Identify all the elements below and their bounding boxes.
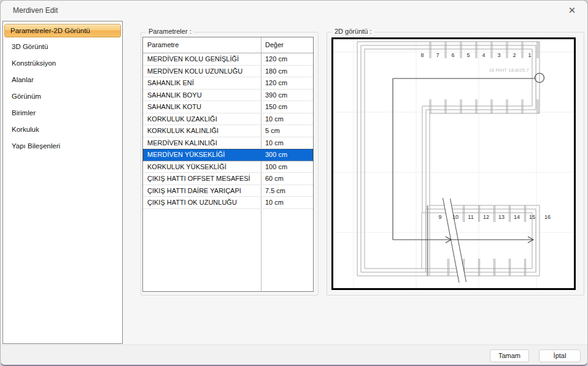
sidebar-item-6[interactable]: Korkuluk <box>5 122 120 139</box>
parameter-value: 150 cm <box>265 103 287 110</box>
table-row[interactable]: SAHANLIK ENİ120 cm <box>143 77 313 90</box>
titlebar: Merdiven Edit ✕ <box>1 1 587 20</box>
parameters-groupbox: Parametreler : Parametre Değer MERDİVEN … <box>141 32 319 295</box>
parameter-name: MERDİVEN KOLU UZUNLUĞU <box>147 67 242 75</box>
table-header: Parametre Değer <box>143 37 313 53</box>
stair-plan-drawing: 16 RIHT 18.8/25.7 8765432191011121314151… <box>333 39 574 288</box>
parameter-name: MERDİVEN KOLU GENİŞLİĞİ <box>147 55 239 63</box>
column-header-deger: Değer <box>265 41 284 48</box>
sidebar-item-2[interactable]: Konstrüksiyon <box>5 56 120 72</box>
step-number: 9 <box>438 214 441 220</box>
parameter-name: MERDİVEN KALINLIĞI <box>147 139 217 147</box>
step-number: 4 <box>482 52 485 58</box>
sidebar-item-4[interactable]: Görünüm <box>5 89 120 105</box>
step-number: 8 <box>420 52 424 58</box>
parameter-name: ÇIKIŞ HATTI OK UZUNLUĞU <box>147 199 237 206</box>
ok-button[interactable]: Tamam <box>490 349 529 362</box>
stair-2d-preview: 16 RIHT 18.8/25.7 8765432191011121314151… <box>331 37 576 290</box>
parameter-name: SAHANLIK BOYU <box>147 91 202 99</box>
parameter-value: 300 cm <box>265 151 287 158</box>
table-row[interactable]: ÇIKIŞ HATTI OK UZUNLUĞU10 cm <box>143 197 313 209</box>
table-row[interactable]: SAHANLIK BOYU390 cm <box>143 90 313 102</box>
step-number: 13 <box>498 214 505 220</box>
parameter-value: 60 cm <box>265 175 284 182</box>
step-number: 14 <box>514 214 520 220</box>
parameter-value: 100 cm <box>265 163 287 170</box>
parameter-name: SAHANLIK KOTU <box>147 103 201 110</box>
table-row[interactable]: MERDİVEN KOLU UZUNLUĞU180 cm <box>143 66 313 78</box>
sidebar-item-0[interactable]: Parametreler-2D Görüntü <box>4 24 121 37</box>
close-icon[interactable]: ✕ <box>565 4 579 17</box>
stair-outline <box>357 42 540 276</box>
table-row[interactable]: MERDİVEN YÜKSEKLİĞİ300 cm <box>143 149 313 161</box>
parameter-name: KORKULUK UZAKLIĞI <box>147 115 217 123</box>
step-number: 6 <box>451 52 454 58</box>
footer-bar: Tamam İptal <box>1 345 587 365</box>
sidebar-item-7[interactable]: Yapı Bileşenleri <box>5 139 120 155</box>
preview-group-label: 2D görüntü : <box>332 28 374 35</box>
parameters-table: Parametre Değer MERDİVEN KOLU GENİŞLİĞİ1… <box>142 37 314 292</box>
table-row[interactable]: KORKULUK KALINLIĞI5 cm <box>143 125 313 137</box>
parameters-group-label: Parametreler : <box>146 28 194 35</box>
parameter-name: MERDİVEN YÜKSEKLİĞİ <box>147 151 225 158</box>
preview-groupbox: 2D görüntü : <box>327 32 584 295</box>
parameter-value: 10 cm <box>265 199 284 206</box>
parameter-name: SAHANLIK ENİ <box>147 79 194 86</box>
parameter-value: 10 cm <box>265 139 284 147</box>
parameter-value: 7.5 cm <box>265 187 285 194</box>
window-title: Merdiven Edit <box>13 6 58 15</box>
parameter-name: KORKULUK KALINLIĞI <box>147 127 219 134</box>
riser-annotation: 16 RIHT 18.8/25.7 <box>489 67 529 73</box>
parameter-value: 5 cm <box>265 127 280 134</box>
table-row[interactable]: ÇIKIŞ HATTI DAİRE YARIÇAPI7.5 cm <box>143 185 313 197</box>
step-number: 12 <box>483 214 489 220</box>
merdiven-edit-dialog: Merdiven Edit ✕ Parametreler-2D Görüntü3… <box>0 0 588 366</box>
parameter-value: 180 cm <box>265 67 287 75</box>
sidebar-item-1[interactable]: 3D Görüntü <box>5 39 120 56</box>
parameter-value: 390 cm <box>265 91 287 99</box>
step-number: 7 <box>436 52 439 58</box>
step-number: 5 <box>466 52 470 58</box>
cancel-button[interactable]: İptal <box>539 349 581 362</box>
table-row[interactable]: MERDİVEN KALINLIĞI10 cm <box>143 137 313 150</box>
step-number: 16 <box>544 214 551 220</box>
step-number: 3 <box>497 52 500 58</box>
parameter-name: ÇIKIŞ HATTI OFFSET MESAFESİ <box>147 175 250 182</box>
step-number: 10 <box>452 214 458 220</box>
parameter-name: ÇIKIŞ HATTI DAİRE YARIÇAPI <box>147 187 241 194</box>
parameter-value: 120 cm <box>265 79 287 86</box>
break-line-mask <box>443 198 466 283</box>
step-number: 11 <box>468 214 473 220</box>
table-row[interactable]: MERDİVEN KOLU GENİŞLİĞİ120 cm <box>143 53 313 66</box>
sidebar: Parametreler-2D Görüntü3D GörüntüKonstrü… <box>2 21 123 344</box>
parameter-value: 10 cm <box>265 115 284 123</box>
step-number: 15 <box>529 214 535 220</box>
table-row[interactable]: SAHANLIK KOTU150 cm <box>143 101 313 113</box>
step-number: 2 <box>513 52 516 58</box>
parameter-value: 120 cm <box>265 55 287 63</box>
table-row[interactable]: ÇIKIŞ HATTI OFFSET MESAFESİ60 cm <box>143 173 313 185</box>
sidebar-item-3[interactable]: Alanlar <box>5 72 120 89</box>
table-row[interactable]: KORKULUK UZAKLIĞI10 cm <box>143 113 313 126</box>
table-row[interactable]: KORKULUK YÜKSEKLİĞİ100 cm <box>143 161 313 173</box>
column-header-parametre: Parametre <box>147 41 179 48</box>
parameter-name: KORKULUK YÜKSEKLİĞİ <box>147 163 226 170</box>
sidebar-item-5[interactable]: Birimler <box>5 105 120 122</box>
step-number: 1 <box>528 52 531 58</box>
landing-edge-lines <box>422 205 430 276</box>
